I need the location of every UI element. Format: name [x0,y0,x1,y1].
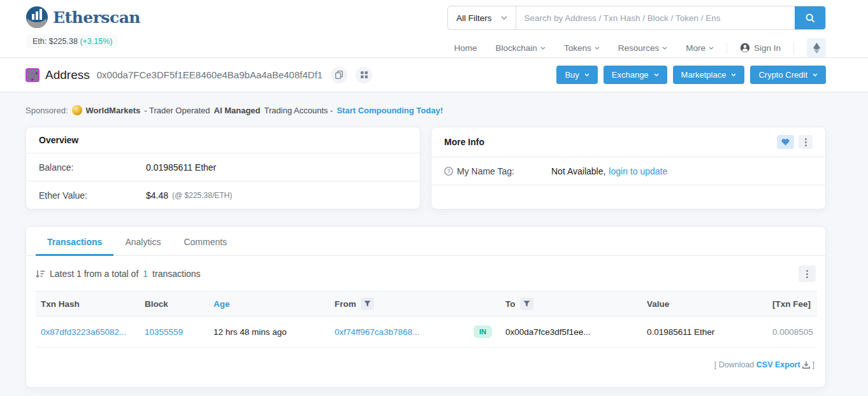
chevron-down-icon [501,16,507,20]
sign-in-button[interactable]: Sign In [740,43,781,53]
col-age-link[interactable]: Age [213,299,230,309]
transactions-summary: Latest 1 from a total of 1 transactions [36,269,201,279]
tab-bar: Transactions Analytics Comments [26,227,825,256]
col-txn-hash: Txn Hash [36,292,140,316]
search-filter-label: All Filters [456,13,492,23]
name-tag-row: ? My Name Tag: Not Available, login to u… [431,157,825,185]
col-txn-fee: [Txn Fee] [767,292,817,316]
svg-text:?: ? [447,168,451,174]
txn-hash-link[interactable]: 0x87dfd3223a65082... [41,327,126,337]
transactions-card: Transactions Analytics Comments Latest 1… [25,226,826,388]
site-header: Etherscan Eth: $225.38 (+3.15%) All Filt… [0,0,868,58]
marketplace-label: Marketplace [681,70,727,80]
etherscan-logo[interactable]: Etherscan [25,6,140,29]
address-title-band: Address 0x00da7FCe3DF5f1EE8460e4Ba9bAa4a… [0,58,868,92]
etherscan-logo-icon [25,6,48,29]
nav-resources[interactable]: Resources [618,43,668,53]
tab-comments[interactable]: Comments [172,229,238,256]
eth-price-change: (+3.15%) [80,37,112,46]
nav-home[interactable]: Home [454,43,477,53]
sponsored-link[interactable]: Start Compounding Today! [336,106,443,115]
nav-home-label: Home [454,43,477,53]
search-input[interactable] [516,6,795,29]
filter-funnel-icon [523,301,530,307]
chevron-down-icon [595,46,600,50]
search-filter-dropdown[interactable]: All Filters [448,6,516,29]
kebab-icon [805,138,807,146]
more-info-card: More Info [431,127,826,209]
sponsored-label: Sponsored: [25,106,68,115]
csv-export-link[interactable]: CSV Export [756,360,800,369]
chevron-down-icon [709,46,714,50]
network-switch-button[interactable] [807,38,826,57]
worldmarkets-logo [72,105,82,115]
sponsored-text-1: - Trader Operated [144,106,210,115]
nav-more[interactable]: More [686,43,714,53]
nav-divider [793,42,794,53]
tab-transactions[interactable]: Transactions [36,229,113,256]
exchange-label: Exchange [612,70,649,80]
filter-funnel-icon [364,301,371,307]
col-to: To [505,299,516,309]
from-address-link[interactable]: 0xf74ff967ca3b7868... [335,327,419,337]
sign-in-label: Sign In [754,43,781,53]
sponsored-banner: Sponsored: WorldMarkets - Trader Operate… [25,92,826,127]
user-icon [740,43,750,53]
login-to-update-link[interactable]: login to update [609,166,667,176]
favorite-button[interactable] [777,135,794,149]
to-address-cell: 0x00da7fce3df5f1ee... [500,316,642,348]
csv-export-line: [ Download CSV Export ] [26,348,825,385]
eth-price: Eth: $225.38 [33,37,78,46]
search-icon [806,13,815,23]
more-info-title: More Info [444,137,484,147]
nav-blockchain[interactable]: Blockchain [496,43,546,53]
overview-title: Overview [39,135,78,145]
exchange-button[interactable]: Exchange [604,66,667,84]
name-tag-label: My Name Tag: [457,166,514,176]
logo-text: Etherscan [53,8,140,27]
table-options-button[interactable] [799,265,816,282]
eth-price-badge[interactable]: Eth: $225.38 (+3.15%) [27,34,118,48]
ether-rate: (@ $225.38/ETH) [172,191,232,200]
table-row: 0x87dfd3223a65082... 10355559 12 hrs 48 … [36,316,817,348]
col-from: From [335,299,356,309]
summary-count-link[interactable]: 1 [143,269,148,279]
main-nav: Home Blockchain Tokens Resources More [447,38,826,57]
marketplace-button[interactable]: Marketplace [673,66,745,84]
age-cell: 12 hrs 48 mins ago [208,316,329,348]
csv-open: [ Download [714,360,755,369]
address-hash: 0x00da7FCe3DF5f1EE8460e4Ba9bAa4aBe408f4D… [97,69,322,80]
heart-icon [781,138,790,146]
block-link[interactable]: 10355559 [145,327,183,337]
csv-close: ] [813,360,814,369]
search-bar: All Filters [447,6,826,30]
chevron-down-icon [540,46,546,50]
buy-button[interactable]: Buy [556,66,597,84]
balance-label: Balance: [39,162,146,173]
page-title: Address [45,68,90,82]
nav-tokens[interactable]: Tokens [564,43,600,53]
balance-value: 0.01985611 Ether [146,162,216,173]
help-icon: ? [444,167,453,176]
direction-badge: IN [474,325,492,338]
search-button[interactable] [795,6,825,29]
sort-icon [36,270,45,278]
name-tag-value: Not Available, [551,166,605,176]
chevron-down-icon [584,73,590,76]
ethereum-icon [813,43,820,53]
balance-row: Balance: 0.01985611 Ether [26,153,420,181]
copy-address-button[interactable] [331,67,347,83]
chevron-down-icon [662,46,667,50]
buy-label: Buy [565,70,579,80]
apps-grid-button[interactable] [356,67,372,83]
tab-analytics[interactable]: Analytics [113,229,172,256]
crypto-credit-button[interactable]: Crypto Credit [750,66,826,84]
download-icon[interactable] [802,361,810,369]
col-block: Block [140,292,208,316]
more-info-menu-button[interactable] [799,135,813,149]
from-filter-button[interactable] [361,297,374,310]
value-cell: 0.01985611 Ether [642,316,767,348]
to-filter-button[interactable] [520,297,533,310]
overview-card: Overview Balance: 0.01985611 Ether Ether… [25,127,421,209]
identicon [25,68,40,82]
